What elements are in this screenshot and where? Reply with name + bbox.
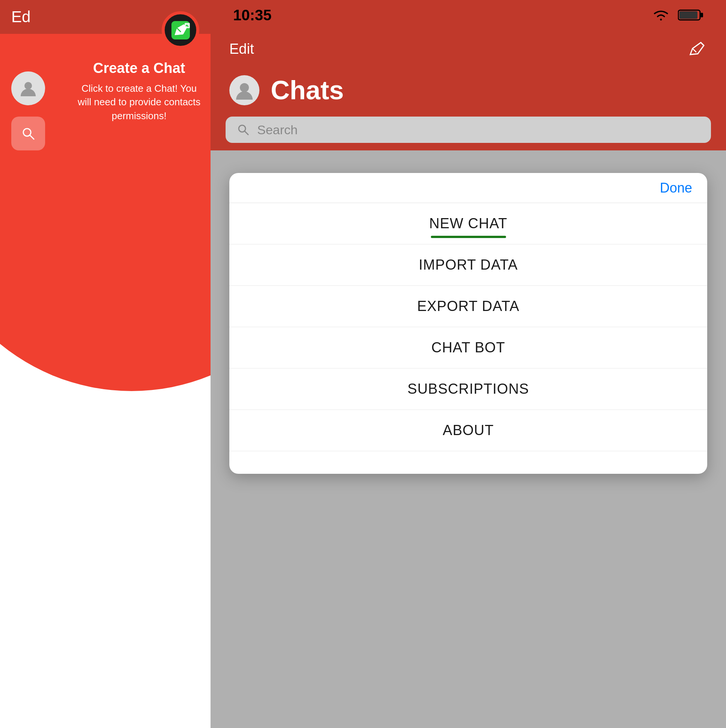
menu-item-label: NEW CHAT	[429, 216, 507, 232]
search-bar-wrap: Search	[211, 113, 726, 150]
modal-sheet: Done NEW CHAT IMPORT DATA EXPORT DATA CH…	[229, 173, 707, 474]
done-button[interactable]: Done	[660, 180, 692, 196]
svg-point-8	[240, 83, 249, 92]
create-chat-bubble[interactable]: Create a Chat Click to create a Chat! Yo…	[75, 60, 203, 122]
person-icon	[19, 79, 38, 98]
gray-area: Done NEW CHAT IMPORT DATA EXPORT DATA CH…	[211, 150, 726, 728]
menu-item-label: IMPORT DATA	[419, 257, 518, 273]
menu-item-export-data[interactable]: EXPORT DATA	[229, 286, 707, 327]
header-person-icon	[234, 80, 255, 101]
left-search-wrap	[11, 116, 45, 150]
nav-bar: Edit	[211, 30, 726, 68]
red-circle-decoration	[0, 0, 211, 391]
status-bar: 10:35	[211, 0, 726, 30]
svg-point-2	[24, 82, 32, 90]
menu-item-import-data[interactable]: IMPORT DATA	[229, 245, 707, 286]
right-panel: 10:35 Edit	[211, 0, 726, 728]
left-search-area	[11, 116, 45, 150]
header-avatar	[229, 75, 260, 105]
menu-item-subscriptions[interactable]: SUBSCRIPTIONS	[229, 369, 707, 410]
search-placeholder-text: Search	[257, 122, 298, 137]
create-chat-title: Create a Chat	[75, 60, 203, 76]
menu-item-label: CHAT BOT	[431, 340, 505, 356]
svg-line-4	[30, 135, 34, 139]
left-avatar-area	[11, 72, 45, 105]
menu-item-label: EXPORT DATA	[417, 298, 519, 314]
left-avatar	[11, 72, 45, 105]
svg-line-10	[245, 131, 248, 135]
battery-icon	[678, 9, 703, 21]
header-bar: Chats	[211, 68, 726, 113]
svg-rect-7	[700, 13, 703, 17]
search-input-icon	[237, 123, 250, 136]
status-time: 10:35	[233, 7, 272, 24]
left-panel: Ed Create a Chat Click	[0, 0, 211, 728]
search-icon	[22, 127, 35, 140]
modal-done-row: Done	[229, 173, 707, 203]
wifi-icon	[651, 8, 670, 22]
create-chat-subtitle: Click to create a Chat! You will need to…	[75, 82, 203, 122]
left-top-text: Ed	[11, 8, 31, 26]
menu-item-about[interactable]: ABOUT	[229, 410, 707, 451]
compose-icon	[170, 20, 191, 41]
svg-rect-6	[679, 11, 697, 19]
menu-item-new-chat[interactable]: NEW CHAT	[229, 203, 707, 245]
modal-bottom-padding	[229, 451, 707, 474]
menu-item-chat-bot[interactable]: CHAT BOT	[229, 327, 707, 369]
nav-compose-icon[interactable]	[686, 39, 707, 60]
nav-edit-button[interactable]: Edit	[229, 41, 254, 57]
menu-item-label: SUBSCRIPTIONS	[408, 381, 529, 397]
menu-item-label: ABOUT	[443, 422, 494, 439]
status-icons	[651, 8, 703, 22]
new-chat-underline	[431, 236, 506, 238]
compose-icon-button[interactable]	[162, 11, 199, 49]
search-input-display[interactable]: Search	[226, 116, 711, 143]
header-title: Chats	[271, 75, 344, 105]
